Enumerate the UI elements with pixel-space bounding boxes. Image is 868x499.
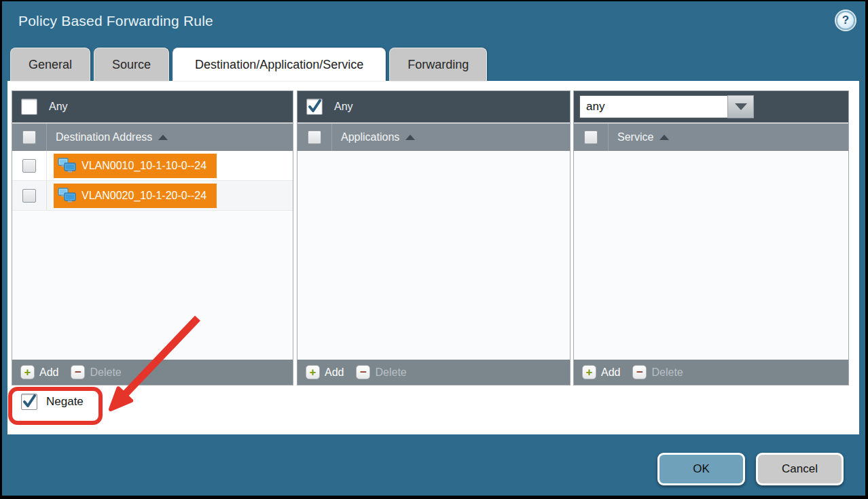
chevron-down-icon xyxy=(735,103,747,110)
add-button[interactable]: + Add xyxy=(582,365,620,379)
row-checkbox[interactable] xyxy=(22,189,36,203)
destination-footer: + Add − Delete xyxy=(12,360,293,385)
negate-label: Negate xyxy=(46,395,84,409)
applications-header-label: Applications xyxy=(341,131,399,143)
address-object-chip[interactable]: VLAN0010_10-1-10-0--24 xyxy=(54,154,217,178)
table-row[interactable]: VLAN0020_10-1-20-0--24 xyxy=(12,181,293,211)
network-address-icon xyxy=(58,188,76,203)
applications-list xyxy=(297,151,570,360)
applications-column: Any Applications + Add − Delet xyxy=(297,90,571,385)
delete-icon: − xyxy=(356,365,370,379)
dialog-title: Policy Based Forwarding Rule xyxy=(18,13,213,29)
service-dropdown-value[interactable]: any xyxy=(579,95,727,118)
tab-forwarding[interactable]: Forwarding xyxy=(389,48,487,81)
add-icon: + xyxy=(306,365,320,379)
destination-header-label: Destination Address xyxy=(56,131,152,143)
destination-address-column: Any Destination Address xyxy=(12,90,293,385)
service-column-header[interactable]: Service xyxy=(574,122,848,151)
service-footer: + Add − Delete xyxy=(574,360,848,385)
sort-ascending-icon xyxy=(405,135,415,140)
add-icon: + xyxy=(20,365,35,379)
address-object-name: VLAN0020_10-1-20-0--24 xyxy=(82,190,206,202)
service-list xyxy=(574,151,848,360)
applications-column-header[interactable]: Applications xyxy=(297,122,570,151)
applications-any-checkbox[interactable] xyxy=(306,99,323,115)
applications-any-bar: Any xyxy=(297,91,570,122)
delete-button[interactable]: − Delete xyxy=(356,365,406,379)
sort-ascending-icon xyxy=(659,135,669,140)
add-icon: + xyxy=(582,365,596,379)
delete-button[interactable]: − Delete xyxy=(632,365,683,379)
checkmark-icon xyxy=(22,394,37,409)
network-address-icon xyxy=(58,158,76,173)
destination-select-all-checkbox[interactable] xyxy=(22,131,36,144)
tab-source[interactable]: Source xyxy=(94,48,169,81)
ok-button[interactable]: OK xyxy=(657,453,745,485)
pbf-rule-dialog: Policy Based Forwarding Rule ? General S… xyxy=(0,0,868,499)
destination-any-bar: Any xyxy=(12,91,293,122)
tab-bar: General Source Destination/Application/S… xyxy=(10,48,487,81)
negate-checkbox[interactable] xyxy=(21,394,37,410)
destination-any-label: Any xyxy=(49,101,68,113)
help-icon[interactable]: ? xyxy=(836,11,855,30)
service-dropdown[interactable]: any xyxy=(579,95,754,118)
service-dropdown-button[interactable] xyxy=(727,95,754,118)
table-row[interactable]: VLAN0010_10-1-10-0--24 xyxy=(12,151,293,181)
applications-footer: + Add − Delete xyxy=(297,360,570,385)
destination-column-header[interactable]: Destination Address xyxy=(12,122,293,151)
add-button[interactable]: + Add xyxy=(306,365,344,379)
destination-any-checkbox[interactable] xyxy=(21,99,37,115)
service-column: any Service + Add xyxy=(573,90,849,385)
address-object-name: VLAN0010_10-1-10-0--24 xyxy=(82,160,206,172)
tab-general[interactable]: General xyxy=(10,48,90,81)
add-button[interactable]: + Add xyxy=(20,365,58,379)
destination-list: VLAN0010_10-1-10-0--24 xyxy=(12,151,293,360)
address-object-chip[interactable]: VLAN0020_10-1-20-0--24 xyxy=(54,184,217,208)
delete-icon: − xyxy=(71,365,85,379)
delete-button[interactable]: − Delete xyxy=(71,365,121,379)
row-checkbox[interactable] xyxy=(22,159,36,173)
service-select-all-checkbox[interactable] xyxy=(584,131,598,144)
delete-icon: − xyxy=(632,365,647,379)
negate-row: Negate xyxy=(21,394,84,410)
cancel-button[interactable]: Cancel xyxy=(756,453,844,485)
tab-content-panel: Any Destination Address xyxy=(7,81,859,434)
service-any-bar: any xyxy=(574,91,848,122)
applications-any-label: Any xyxy=(334,101,353,113)
service-header-label: Service xyxy=(617,131,653,143)
sort-ascending-icon xyxy=(158,135,168,140)
applications-select-all-checkbox[interactable] xyxy=(308,131,321,144)
tab-destination-application-service[interactable]: Destination/Application/Service xyxy=(173,48,386,81)
checkmark-icon xyxy=(307,99,322,114)
